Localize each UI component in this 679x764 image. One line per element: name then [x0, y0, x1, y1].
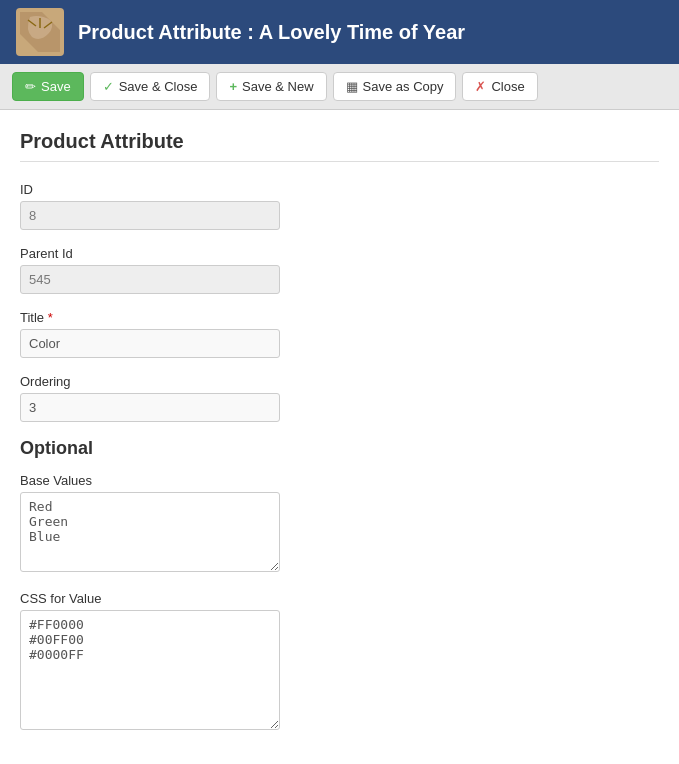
- title-input[interactable]: [20, 329, 280, 358]
- section-title: Product Attribute: [20, 130, 659, 162]
- title-group: Title *: [20, 310, 280, 358]
- css-values-group: CSS for Value: [20, 591, 280, 733]
- check-icon: ✓: [103, 79, 114, 94]
- id-label: ID: [20, 182, 280, 197]
- css-values-label: CSS for Value: [20, 591, 280, 606]
- parent-id-label: Parent Id: [20, 246, 280, 261]
- base-values-label: Base Values: [20, 473, 280, 488]
- base-values-input[interactable]: [20, 492, 280, 572]
- save-icon: ✏: [25, 79, 36, 94]
- css-values-input[interactable]: [20, 610, 280, 730]
- toolbar: ✏ Save ✓ Save & Close + Save & New ▦ Sav…: [0, 64, 679, 110]
- app-logo: [16, 8, 64, 56]
- ordering-label: Ordering: [20, 374, 280, 389]
- optional-section-title: Optional: [20, 438, 659, 459]
- plus-icon: +: [229, 79, 237, 94]
- save-close-button[interactable]: ✓ Save & Close: [90, 72, 211, 101]
- save-copy-button[interactable]: ▦ Save as Copy: [333, 72, 457, 101]
- required-marker: *: [48, 310, 53, 325]
- parent-id-input: [20, 265, 280, 294]
- ordering-group: Ordering: [20, 374, 280, 422]
- ordering-input[interactable]: [20, 393, 280, 422]
- parent-id-group: Parent Id: [20, 246, 280, 294]
- close-button[interactable]: ✗ Close: [462, 72, 537, 101]
- id-group: ID: [20, 182, 280, 230]
- close-icon: ✗: [475, 79, 486, 94]
- page-title: Product Attribute : A Lovely Time of Yea…: [78, 21, 465, 44]
- save-button[interactable]: ✏ Save: [12, 72, 84, 101]
- title-label: Title *: [20, 310, 280, 325]
- id-input: [20, 201, 280, 230]
- base-values-group: Base Values: [20, 473, 280, 575]
- copy-icon: ▦: [346, 79, 358, 94]
- save-new-button[interactable]: + Save & New: [216, 72, 326, 101]
- main-content: Product Attribute ID Parent Id Title * O…: [0, 110, 679, 764]
- header: Product Attribute : A Lovely Time of Yea…: [0, 0, 679, 64]
